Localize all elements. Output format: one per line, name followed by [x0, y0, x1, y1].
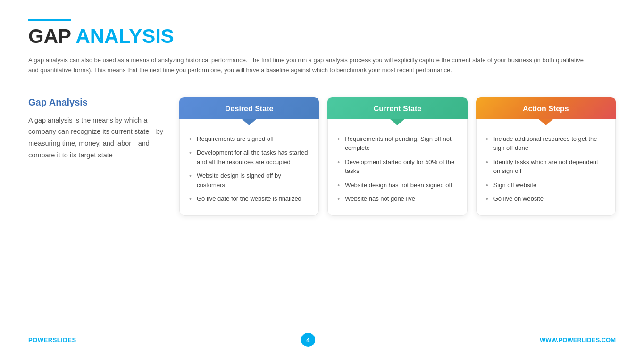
- slide: GAP ANALYSIS A gap analysis can also be …: [0, 0, 644, 361]
- cards-area: Desired State Requirements are signed of…: [179, 97, 616, 216]
- desired-state-body: Requirements are signed off Development …: [179, 119, 319, 216]
- footer-website: WWW.POWERLIDES.COM: [540, 336, 616, 344]
- list-item: Sign off website: [486, 178, 606, 192]
- desired-state-arrow: [242, 119, 257, 125]
- slide-header: GAP ANALYSIS A gap analysis can also be …: [28, 19, 616, 75]
- list-item: Website has not gone live: [337, 192, 457, 206]
- list-item: Website design has not been signed off: [337, 178, 457, 192]
- slide-title: GAP ANALYSIS: [28, 25, 616, 47]
- desired-state-header: Desired State: [179, 97, 319, 119]
- list-item: Requirements not pending. Sign off not c…: [337, 132, 457, 155]
- list-item: Identify tasks which are not dependent o…: [486, 155, 606, 178]
- current-state-body: Requirements not pending. Sign off not c…: [327, 119, 467, 216]
- footer-page-number: 4: [301, 333, 315, 347]
- list-item: Requirements are signed off: [189, 132, 309, 146]
- brand-blue: SLIDES: [53, 336, 76, 344]
- desired-state-title: Desired State: [225, 105, 273, 113]
- list-item: Development started only for 50% of the …: [337, 155, 457, 178]
- current-state-arrow: [390, 119, 405, 125]
- footer-right-line: [324, 340, 531, 340]
- action-steps-arrow: [538, 119, 553, 125]
- slide-footer: POWERSLIDES 4 WWW.POWERLIDES.COM: [28, 328, 616, 347]
- left-panel: Gap Analysis A gap analysis is the means…: [28, 97, 179, 161]
- list-item: Website design is signed off by customer…: [189, 169, 309, 192]
- action-steps-list: Include additional resources to get the …: [486, 132, 606, 206]
- brand-black: POWER: [28, 336, 53, 344]
- desired-state-card: Desired State Requirements are signed of…: [179, 97, 319, 216]
- desired-state-list: Requirements are signed off Development …: [189, 132, 309, 206]
- title-black: GAP: [28, 25, 75, 47]
- current-state-list: Requirements not pending. Sign off not c…: [337, 132, 457, 206]
- list-item: Go live on website: [486, 192, 606, 206]
- list-item: Development for all the tasks has starte…: [189, 146, 309, 169]
- current-state-card: Current State Requirements not pending. …: [327, 97, 467, 216]
- slide-description: A gap analysis can also be used as a mea…: [28, 56, 594, 75]
- main-content: Gap Analysis A gap analysis is the means…: [28, 97, 616, 323]
- title-blue: ANALYSIS: [75, 25, 174, 47]
- list-item: Include additional resources to get the …: [486, 132, 606, 155]
- footer-brand: POWERSLIDES: [28, 336, 76, 344]
- current-state-header: Current State: [327, 97, 467, 119]
- action-steps-header: Action Steps: [476, 97, 616, 119]
- header-accent-line: [28, 19, 71, 21]
- action-steps-body: Include additional resources to get the …: [476, 119, 616, 216]
- action-steps-title: Action Steps: [523, 105, 569, 113]
- footer-left-line: [85, 340, 293, 340]
- left-panel-title: Gap Analysis: [28, 97, 165, 108]
- action-steps-card: Action Steps Include additional resource…: [476, 97, 616, 216]
- current-state-title: Current State: [374, 105, 421, 113]
- list-item: Go live date for the website is finalize…: [189, 192, 309, 206]
- left-panel-text: A gap analysis is the means by which a c…: [28, 115, 165, 161]
